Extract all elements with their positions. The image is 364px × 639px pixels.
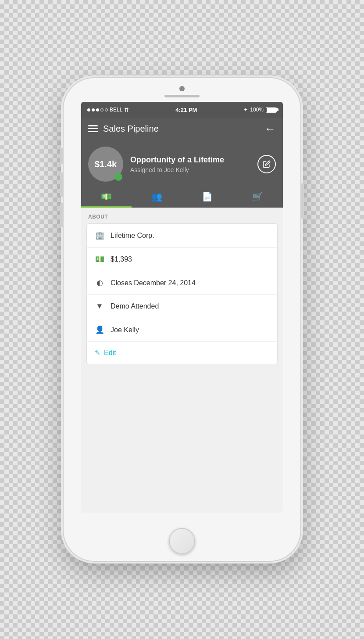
hamburger-line-2 xyxy=(88,128,98,129)
hamburger-line-3 xyxy=(88,131,98,132)
phone-screen: BELL ⇈ 4:21 PM ✦ 100% Sales Pipeline xyxy=(81,102,283,513)
edit-button[interactable]: Edit xyxy=(104,349,116,357)
amount-row: 💵 $1,393 xyxy=(87,248,277,271)
home-button-area xyxy=(169,521,195,561)
filter-icon: ▼ xyxy=(95,302,104,311)
about-section-label: ABOUT xyxy=(81,208,283,223)
notes-icon: 📄 xyxy=(202,191,213,202)
tab-financials[interactable]: 💵 xyxy=(81,187,132,208)
opportunity-card: $1.4k Opportunity of a Lifetime Assigned… xyxy=(81,140,283,182)
building-icon: 🏢 xyxy=(95,231,104,240)
signal-bars xyxy=(87,108,108,111)
pencil-icon xyxy=(263,160,271,168)
clock-icon: ◐ xyxy=(95,278,104,287)
battery-icon xyxy=(266,107,277,113)
back-button[interactable]: ← xyxy=(264,123,276,134)
front-camera xyxy=(179,86,185,91)
amount-text: $1.4k xyxy=(95,159,117,169)
signal-dot-5 xyxy=(105,108,108,111)
status-right: ✦ 100% xyxy=(243,107,277,113)
phone-speaker xyxy=(164,95,200,97)
edit-opportunity-button[interactable] xyxy=(257,155,276,173)
amount-value: $1,393 xyxy=(111,255,132,263)
battery-label: 100% xyxy=(250,107,264,113)
signal-dot-2 xyxy=(92,108,95,111)
signal-dot-3 xyxy=(96,108,99,111)
stage-row: ▼ Demo Attended xyxy=(87,295,277,318)
signal-dot-1 xyxy=(87,108,90,111)
tab-contacts[interactable]: 👥 xyxy=(132,187,182,208)
tab-bar: 💵 👥 📄 🛒 xyxy=(81,182,283,208)
hamburger-line-1 xyxy=(88,125,98,126)
tab-notes[interactable]: 📄 xyxy=(182,187,232,208)
app-title: Sales Pipeline xyxy=(103,124,159,134)
close-date: Closes December 24, 2014 xyxy=(111,279,196,287)
tab-products[interactable]: 🛒 xyxy=(232,187,283,208)
company-name: Lifetime Corp. xyxy=(111,232,154,240)
status-left: BELL ⇈ xyxy=(87,107,129,113)
power-button xyxy=(301,183,304,219)
phone-top-bar xyxy=(64,78,300,102)
battery-fill xyxy=(267,108,276,112)
edit-row[interactable]: ✎ Edit xyxy=(87,342,277,364)
signal-dot-4 xyxy=(100,108,103,111)
carrier-label: BELL xyxy=(110,107,122,113)
clock: 4:21 PM xyxy=(175,107,197,113)
assigned-user-name: Joe Kelly xyxy=(111,326,139,334)
menu-button[interactable] xyxy=(88,125,98,132)
person-icon: 👤 xyxy=(95,325,104,334)
mute-button xyxy=(60,148,63,164)
money-icon: 💵 xyxy=(95,255,104,264)
assigned-user-row: 👤 Joe Kelly xyxy=(87,318,277,342)
stage-name: Demo Attended xyxy=(111,302,159,310)
status-bar: BELL ⇈ 4:21 PM ✦ 100% xyxy=(81,102,283,118)
edit-pen-icon: ✎ xyxy=(95,349,100,357)
company-row: 🏢 Lifetime Corp. xyxy=(87,224,277,248)
about-info-card: 🏢 Lifetime Corp. 💵 $1,393 ◐ Closes Decem… xyxy=(86,223,278,364)
home-button[interactable] xyxy=(169,528,195,554)
financials-icon: 💵 xyxy=(101,191,112,202)
volume-down-button xyxy=(60,203,63,227)
products-icon: 🛒 xyxy=(252,191,263,202)
opportunity-info: Opportunity of a Lifetime Assigned to Jo… xyxy=(130,155,250,173)
app-header: Sales Pipeline ← xyxy=(81,118,283,140)
amount-badge: $1.4k xyxy=(88,147,123,182)
volume-up-button xyxy=(60,172,63,197)
close-date-row: ◐ Closes December 24, 2014 xyxy=(87,271,277,295)
wifi-icon: ⇈ xyxy=(124,107,129,113)
content-area: ABOUT 🏢 Lifetime Corp. 💵 $1,393 ◐ Closes… xyxy=(81,208,283,513)
opportunity-assigned: Assigned to Joe Kelly xyxy=(130,166,250,173)
contacts-icon: 👥 xyxy=(151,191,162,202)
bluetooth-icon: ✦ xyxy=(243,107,248,113)
opportunity-title: Opportunity of a Lifetime xyxy=(130,155,250,165)
header-left: Sales Pipeline xyxy=(88,124,159,134)
phone-frame: BELL ⇈ 4:21 PM ✦ 100% Sales Pipeline xyxy=(64,78,300,561)
